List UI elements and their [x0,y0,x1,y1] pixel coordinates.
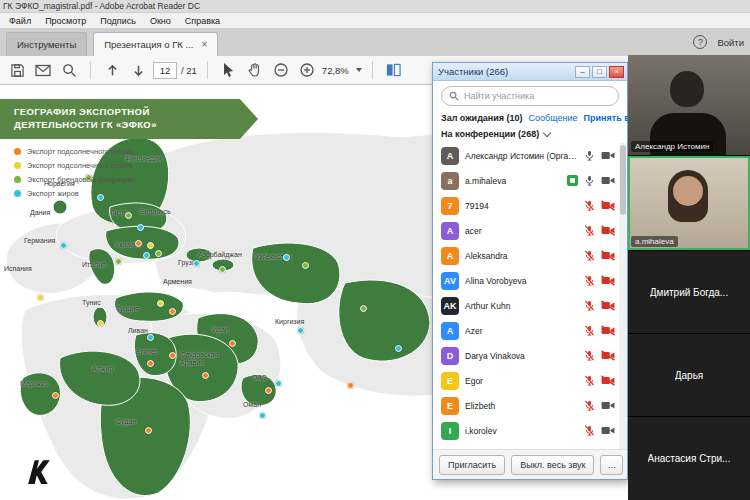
mic-icon[interactable] [584,274,595,287]
participants-footer: Пригласить Выкл. весь звук … [433,449,627,479]
camera-icon[interactable] [601,150,615,161]
page-display-button[interactable] [383,59,405,81]
participant-row[interactable]: A Azer [433,318,619,343]
minus-circle-icon [274,63,288,77]
country-label: Италия [82,261,106,268]
country-label: Беларусь [140,208,171,215]
zoom-in-button[interactable] [296,59,318,81]
video-participant-name: Дмитрий Богда... [650,287,728,298]
mic-icon[interactable] [584,224,595,237]
camera-icon[interactable] [601,325,615,336]
camera-icon[interactable] [601,400,615,411]
invite-button[interactable]: Пригласить [439,455,505,475]
mic-icon[interactable] [584,349,595,362]
mic-icon[interactable] [584,149,595,162]
video-tile[interactable]: Дмитрий Богда... [628,250,750,333]
tab-close-icon[interactable]: × [201,39,207,50]
zoom-level-dropdown[interactable]: 72,8% [322,65,362,76]
scrollbar[interactable] [619,143,627,449]
arrow-up-icon [106,64,119,77]
mic-icon[interactable] [584,174,595,187]
export-dot [395,345,402,352]
participant-row[interactable]: 7 79194 [433,193,619,218]
menu-item[interactable]: Окно [143,16,178,26]
in-meeting-label: На конференции (268) [441,129,539,139]
participant-name: a.mihaleva [465,176,561,186]
mic-icon[interactable] [584,424,595,437]
minimize-icon[interactable]: – [575,66,590,78]
tab-tools[interactable]: Инструменты [6,32,87,56]
camera-icon[interactable] [601,275,615,286]
mic-icon[interactable] [584,324,595,337]
zoom-out-button[interactable] [270,59,292,81]
export-dot [259,412,266,419]
avatar: 7 [441,197,459,215]
country-label: Киргизия [275,318,304,325]
video-tile[interactable]: a.mihaleva [628,155,750,250]
next-page-button[interactable] [127,59,149,81]
camera-icon[interactable] [601,350,615,361]
country-label: Иран [212,326,229,333]
tab-document[interactable]: Презентация о ГК ... × [93,32,218,56]
search-button[interactable] [58,59,80,81]
mic-icon[interactable] [584,374,595,387]
close-icon[interactable]: × [609,66,624,78]
mic-icon[interactable] [584,399,595,412]
mute-all-button[interactable]: Выкл. весь звук [511,455,594,475]
participant-row[interactable]: E Egor [433,368,619,393]
select-tool-button[interactable] [218,59,240,81]
participant-row[interactable]: AV Alina Vorobyeva [433,268,619,293]
help-icon[interactable]: ? [693,35,707,49]
participant-row[interactable]: D Darya Vinakova [433,343,619,368]
participant-row[interactable]: a a.mihaleva [433,168,619,193]
camera-icon[interactable] [601,250,615,261]
participant-row[interactable]: A acer [433,218,619,243]
participant-search-input[interactable] [464,91,611,101]
camera-icon[interactable] [601,425,615,436]
video-tile[interactable]: Дарья [628,333,750,416]
menu-item[interactable]: Файл [2,16,38,26]
menu-item[interactable]: Подпись [93,16,143,26]
save-button[interactable] [6,59,28,81]
previous-page-button[interactable] [101,59,123,81]
participant-row[interactable]: А Александр Истомин (Организатор, я) [433,143,619,168]
avatar: A [441,322,459,340]
mic-icon[interactable] [584,249,595,262]
maximize-icon[interactable]: □ [592,66,607,78]
export-dot [265,387,272,394]
scrollbar-thumb[interactable] [620,145,626,215]
message-link[interactable]: Сообщение [529,113,578,123]
participant-row[interactable]: I i.korolev [433,418,619,443]
country-label: Ливан [128,327,148,334]
participant-row[interactable]: E Elizbeth [433,393,619,418]
avatar: А [441,147,459,165]
camera-icon[interactable] [601,300,615,311]
email-button[interactable] [32,59,54,81]
export-dot [157,300,164,307]
camera-icon[interactable] [601,375,615,386]
camera-icon[interactable] [601,175,615,186]
participant-row[interactable]: AK Arthur Kuhn [433,293,619,318]
mic-icon[interactable] [584,299,595,312]
camera-icon[interactable] [601,200,615,211]
menu-item[interactable]: Справка [178,16,227,26]
menu-item[interactable]: Просмотр [38,16,93,26]
participant-search[interactable] [441,86,619,106]
chevron-down-icon[interactable] [543,128,551,136]
participant-row[interactable]: A Aleksandra [433,243,619,268]
video-tile[interactable]: Александр Истомин [628,55,750,155]
more-options-button[interactable]: … [600,455,623,475]
legend-label: Экспорт подсолнечного шрота [27,161,133,170]
sign-in-button[interactable]: Войти [717,37,744,48]
export-dot [283,254,290,261]
mic-icon[interactable] [584,199,595,212]
camera-icon[interactable] [601,225,615,236]
page-number-input[interactable] [153,62,177,79]
window-titlebar: ГК ЭФКО_magistral.pdf - Adobe Acrobat Re… [0,0,750,13]
legend-dot [14,148,21,155]
video-tile[interactable]: Анастасия Стри... [628,416,750,500]
country-label: Турция [116,305,139,312]
participants-panel-titlebar[interactable]: Участники (266) – □ × [433,63,627,81]
hand-tool-button[interactable] [244,59,266,81]
participant-name: Alina Vorobyeva [465,276,578,286]
